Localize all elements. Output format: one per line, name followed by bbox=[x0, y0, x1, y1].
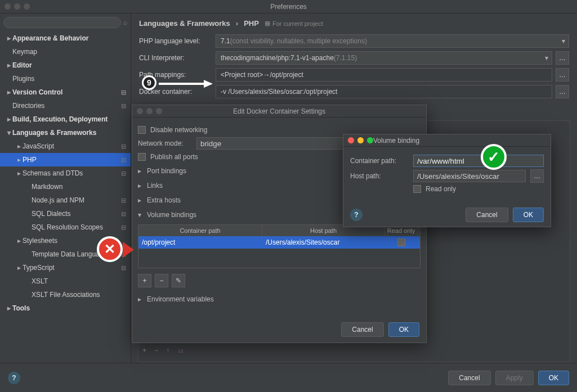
scope-icon: ⊟ bbox=[121, 102, 126, 110]
add-volume-button[interactable]: + bbox=[138, 274, 151, 287]
preferences-sidebar: ⌕ ▸Appearance & BehaviorKeymap▸EditorPlu… bbox=[0, 13, 131, 362]
cancel-button[interactable]: Cancel bbox=[448, 371, 490, 385]
expand-arrow-icon: ▸ bbox=[16, 156, 23, 164]
browse-button[interactable]: … bbox=[530, 169, 544, 183]
remove-volume-button[interactable]: − bbox=[155, 274, 168, 287]
sidebar-item-sql-dialects[interactable]: SQL Dialects⊟ bbox=[0, 207, 131, 220]
expand-arrow-icon: ▸ bbox=[16, 142, 23, 150]
search-icon: ⌕ bbox=[123, 19, 127, 26]
sidebar-item-label: Keymap bbox=[12, 48, 37, 56]
cli-more-button[interactable]: … bbox=[556, 51, 569, 65]
dlg2-cancel-button[interactable]: Cancel bbox=[466, 208, 508, 222]
sidebar-item-label: Build, Execution, Deployment bbox=[12, 115, 108, 123]
sidebar-item-xslt-file-associations[interactable]: XSLT File Associations bbox=[0, 288, 131, 301]
up-icon[interactable]: ↑ bbox=[166, 346, 169, 354]
chevron-right-icon: › bbox=[236, 19, 238, 28]
docker-more-button[interactable]: … bbox=[556, 85, 569, 98]
apply-button: Apply bbox=[495, 371, 534, 385]
sidebar-item-label: SQL Resolution Scopes bbox=[32, 223, 103, 231]
sidebar-item-plugins[interactable]: Plugins bbox=[0, 72, 131, 85]
help-button[interactable]: ? bbox=[350, 209, 363, 221]
search-input[interactable] bbox=[3, 17, 121, 28]
lang-level-label: PHP language level: bbox=[139, 37, 212, 45]
sidebar-item-directories[interactable]: Directories⊟ bbox=[0, 99, 131, 112]
scope-icon: ⊟ bbox=[121, 89, 126, 96]
scope-icon: ⊟ bbox=[121, 224, 126, 231]
scope-icon: ⊟ bbox=[121, 143, 126, 150]
help-button[interactable]: ? bbox=[8, 372, 20, 384]
sidebar-item-sql-resolution-scopes[interactable]: SQL Resolution Scopes⊟ bbox=[0, 220, 131, 234]
sidebar-item-label: Plugins bbox=[12, 75, 34, 83]
sidebar-item-xslt[interactable]: XSLT bbox=[0, 274, 131, 288]
sidebar-item-build-execution-deployment[interactable]: ▸Build, Execution, Deployment bbox=[0, 112, 131, 126]
settings-tree[interactable]: ▸Appearance & BehaviorKeymap▸EditorPlugi… bbox=[0, 31, 131, 362]
sidebar-item-label: Markdown bbox=[32, 183, 62, 191]
chevron-down-icon: ▾ bbox=[545, 54, 548, 62]
sidebar-item-tools[interactable]: ▸Tools bbox=[0, 301, 131, 315]
annotation-error-badge bbox=[97, 236, 123, 262]
path-mappings-field[interactable]: <Project root>→/opt/project bbox=[216, 68, 552, 82]
env-vars-section[interactable]: ▸Environment variables bbox=[138, 292, 421, 307]
disable-networking-label: Disable networking bbox=[150, 126, 207, 134]
map-more-button[interactable]: … bbox=[556, 68, 569, 82]
sidebar-item-label: Editor bbox=[12, 61, 32, 69]
col-container: Container path bbox=[138, 225, 262, 236]
sidebar-item-version-control[interactable]: ▸Version Control⊟ bbox=[0, 85, 131, 99]
sidebar-item-javascript[interactable]: ▸JavaScript⊟ bbox=[0, 139, 131, 153]
expand-arrow-icon: ▸ bbox=[6, 115, 12, 123]
annotation-check-badge bbox=[481, 144, 507, 170]
readonly-checkbox[interactable] bbox=[413, 185, 421, 193]
expand-arrow-icon: ▸ bbox=[6, 304, 12, 312]
lang-level-select[interactable]: 7.1 (const visibility, nullables, multip… bbox=[216, 34, 569, 48]
publish-all-checkbox[interactable] bbox=[138, 153, 146, 161]
edit-volume-button[interactable]: ✎ bbox=[172, 274, 185, 287]
docker-container-field[interactable]: -v /Users/alexis/Sites/oscar:/opt/projec… bbox=[216, 85, 552, 98]
sidebar-item-languages-frameworks[interactable]: ▾Languages & Frameworks bbox=[0, 126, 131, 139]
container-path-label: Container path: bbox=[350, 157, 409, 165]
sidebar-item-node-js-and-npm[interactable]: Node.js and NPM⊟ bbox=[0, 193, 131, 207]
sidebar-item-markdown[interactable]: Markdown bbox=[0, 180, 131, 193]
sidebar-item-keymap[interactable]: Keymap bbox=[0, 45, 131, 58]
sidebar-item-label: Directories bbox=[12, 102, 44, 110]
panel-toolbar: + − ↑ ↓z bbox=[142, 346, 184, 354]
dlg2-ok-button[interactable]: OK bbox=[513, 208, 544, 222]
scope-icon: ⊟ bbox=[121, 170, 126, 177]
scope-icon: ⊟ bbox=[121, 210, 126, 218]
ok-button[interactable]: OK bbox=[538, 371, 569, 385]
cli-label: CLI Interpreter: bbox=[139, 54, 212, 62]
breadcrumb: Languages & Frameworks › PHP ▦For curren… bbox=[139, 19, 569, 28]
volume-binding-dialog: Volume binding Container path: Host path… bbox=[343, 134, 551, 227]
sidebar-item-editor[interactable]: ▸Editor bbox=[0, 58, 131, 72]
annotation-pointer-icon bbox=[123, 242, 134, 258]
close-dot[interactable] bbox=[348, 137, 354, 143]
max-dot[interactable] bbox=[367, 137, 373, 143]
row-readonly-checkbox[interactable] bbox=[397, 238, 405, 246]
down-icon[interactable]: ↓z bbox=[177, 346, 184, 354]
table-row[interactable]: /opt/project /Users/alexis/Sites/oscar bbox=[138, 236, 420, 249]
cli-select[interactable]: thecodingmachine/php:7.1-v1-apache (7.1.… bbox=[216, 51, 552, 65]
sidebar-item-label: XSLT bbox=[32, 277, 48, 285]
breadcrumb-root[interactable]: Languages & Frameworks bbox=[139, 19, 230, 28]
sidebar-item-appearance-behavior[interactable]: ▸Appearance & Behavior bbox=[0, 31, 131, 45]
scope-icon: ⊟ bbox=[121, 156, 126, 164]
remove-icon[interactable]: − bbox=[154, 346, 158, 354]
sidebar-item-label: Languages & Frameworks bbox=[12, 129, 96, 137]
sidebar-item-schemas-and-dtds[interactable]: ▸Schemas and DTDs⊟ bbox=[0, 166, 131, 180]
sidebar-item-label: Schemas and DTDs bbox=[23, 169, 83, 177]
min-dot[interactable] bbox=[357, 137, 364, 143]
publish-all-label: Publish all ports bbox=[150, 153, 198, 161]
container-path-input[interactable] bbox=[413, 155, 544, 167]
sidebar-item-php[interactable]: ▸PHP⊟ bbox=[0, 153, 131, 166]
annotation-step-9: 9 bbox=[142, 75, 156, 90]
expand-arrow-icon: ▸ bbox=[6, 61, 12, 69]
sidebar-item-typescript[interactable]: ▸TypeScript⊟ bbox=[0, 261, 131, 274]
svg-marker-1 bbox=[204, 80, 213, 88]
breadcrumb-hint: For current project bbox=[272, 20, 323, 27]
disable-networking-checkbox[interactable] bbox=[138, 126, 146, 134]
scope-icon: ⊟ bbox=[121, 264, 126, 272]
host-path-input[interactable] bbox=[413, 170, 526, 182]
add-icon[interactable]: + bbox=[142, 346, 146, 354]
dlg1-ok-button[interactable]: OK bbox=[388, 322, 419, 337]
dlg1-cancel-button[interactable]: Cancel bbox=[341, 322, 383, 337]
sidebar-item-label: PHP bbox=[23, 156, 37, 164]
